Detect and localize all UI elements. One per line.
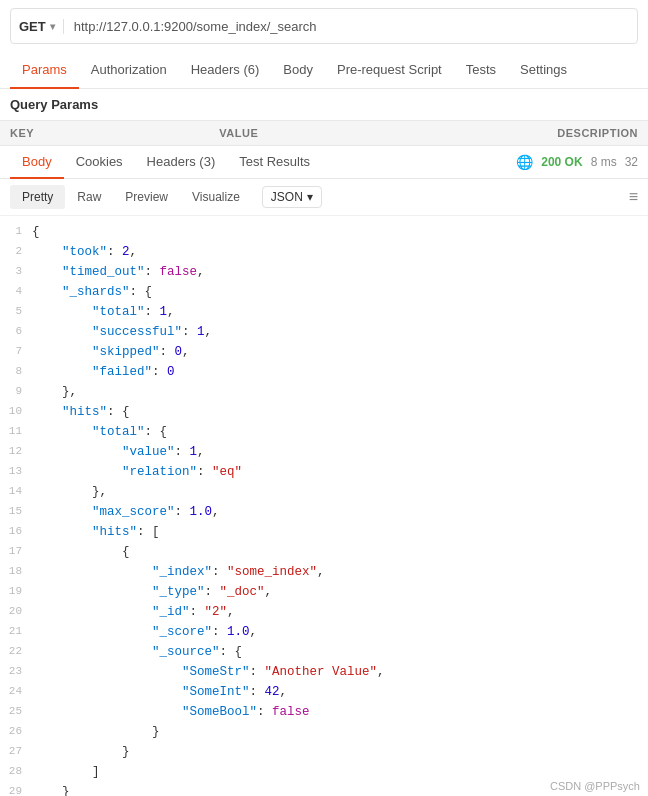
json-line: 19 "_type": "_doc", [0, 582, 648, 602]
method-select[interactable]: GET ▾ [11, 19, 64, 34]
json-line: 16 "hits": [ [0, 522, 648, 542]
line-content: "SomeBool": false [32, 702, 310, 722]
tab-body[interactable]: Body [271, 52, 325, 89]
json-line: 11 "total": { [0, 422, 648, 442]
line-content: "hits": { [32, 402, 130, 422]
format-type-chevron: ▾ [307, 190, 313, 204]
json-line: 1{ [0, 222, 648, 242]
line-number: 15 [4, 502, 32, 521]
line-content: "successful": 1, [32, 322, 212, 342]
response-tab-headers[interactable]: Headers (3) [135, 146, 228, 179]
tab-params[interactable]: Params [10, 52, 79, 89]
line-content: "total": 1, [32, 302, 175, 322]
line-content: "_shards": { [32, 282, 152, 302]
line-number: 5 [4, 302, 32, 321]
line-number: 19 [4, 582, 32, 601]
json-line: 12 "value": 1, [0, 442, 648, 462]
line-number: 21 [4, 622, 32, 641]
format-type-label: JSON [271, 190, 303, 204]
line-content: } [32, 722, 160, 742]
json-line: 7 "skipped": 0, [0, 342, 648, 362]
line-content: "took": 2, [32, 242, 137, 262]
line-number: 12 [4, 442, 32, 461]
line-number: 26 [4, 722, 32, 741]
line-content: "total": { [32, 422, 167, 442]
line-number: 18 [4, 562, 32, 581]
line-content: "_source": { [32, 642, 242, 662]
tab-headers[interactable]: Headers (6) [179, 52, 272, 89]
json-line: 24 "SomeInt": 42, [0, 682, 648, 702]
line-content: { [32, 542, 130, 562]
query-params-label: Query Params [0, 89, 648, 120]
line-number: 13 [4, 462, 32, 481]
globe-icon: 🌐 [516, 154, 533, 170]
response-tab-test-results[interactable]: Test Results [227, 146, 322, 179]
json-line: 10 "hits": { [0, 402, 648, 422]
line-number: 11 [4, 422, 32, 441]
format-tabs: Pretty Raw Preview Visualize JSON ▾ ≡ [0, 179, 648, 216]
col-header-value: VALUE [219, 127, 470, 139]
line-number: 27 [4, 742, 32, 761]
line-number: 10 [4, 402, 32, 421]
json-line: 20 "_id": "2", [0, 602, 648, 622]
format-tab-raw[interactable]: Raw [65, 185, 113, 209]
method-label: GET [19, 19, 46, 34]
tab-settings[interactable]: Settings [508, 52, 579, 89]
line-number: 1 [4, 222, 32, 241]
json-line: 23 "SomeStr": "Another Value", [0, 662, 648, 682]
response-status: 🌐 200 OK 8 ms 32 [516, 154, 638, 170]
line-content: "_type": "_doc", [32, 582, 272, 602]
line-number: 24 [4, 682, 32, 701]
line-content: "skipped": 0, [32, 342, 190, 362]
tab-pre-request-script[interactable]: Pre-request Script [325, 52, 454, 89]
line-content: "max_score": 1.0, [32, 502, 220, 522]
json-line: 8 "failed": 0 [0, 362, 648, 382]
line-content: "value": 1, [32, 442, 205, 462]
response-tab-body[interactable]: Body [10, 146, 64, 179]
line-content: } [32, 742, 130, 762]
line-content: "_score": 1.0, [32, 622, 257, 642]
line-content: "SomeInt": 42, [32, 682, 287, 702]
line-content: "hits": [ [32, 522, 160, 542]
format-tab-preview[interactable]: Preview [113, 185, 180, 209]
json-line: 6 "successful": 1, [0, 322, 648, 342]
line-number: 16 [4, 522, 32, 541]
line-content: }, [32, 382, 77, 402]
status-ok-label: 200 OK [541, 155, 582, 169]
line-content: } [32, 782, 70, 796]
json-line: 18 "_index": "some_index", [0, 562, 648, 582]
line-number: 2 [4, 242, 32, 261]
json-line: 14 }, [0, 482, 648, 502]
line-number: 7 [4, 342, 32, 361]
line-number: 4 [4, 282, 32, 301]
format-type-select[interactable]: JSON ▾ [262, 186, 322, 208]
line-content: "timed_out": false, [32, 262, 205, 282]
json-line: 25 "SomeBool": false [0, 702, 648, 722]
status-time-label: 8 ms [591, 155, 617, 169]
line-number: 3 [4, 262, 32, 281]
format-tab-pretty[interactable]: Pretty [10, 185, 65, 209]
tab-authorization[interactable]: Authorization [79, 52, 179, 89]
response-tabs-bar: Body Cookies Headers (3) Test Results 🌐 … [0, 146, 648, 179]
table-header: KEY VALUE DESCRIPTION [0, 120, 648, 146]
nav-tabs: Params Authorization Headers (6) Body Pr… [0, 52, 648, 89]
format-tab-visualize[interactable]: Visualize [180, 185, 252, 209]
status-size-label: 32 [625, 155, 638, 169]
response-tab-cookies[interactable]: Cookies [64, 146, 135, 179]
json-line: 13 "relation": "eq" [0, 462, 648, 482]
tab-tests[interactable]: Tests [454, 52, 508, 89]
col-header-description: DESCRIPTION [471, 127, 638, 139]
url-input[interactable] [64, 19, 637, 34]
json-line: 21 "_score": 1.0, [0, 622, 648, 642]
line-content: "_index": "some_index", [32, 562, 325, 582]
url-bar: GET ▾ [10, 8, 638, 44]
line-number: 25 [4, 702, 32, 721]
line-content: "relation": "eq" [32, 462, 242, 482]
line-content: "SomeStr": "Another Value", [32, 662, 385, 682]
line-number: 6 [4, 322, 32, 341]
json-area: 1{2 "took": 2,3 "timed_out": false,4 "_s… [0, 216, 648, 796]
line-content: { [32, 222, 40, 242]
wrap-icon[interactable]: ≡ [629, 188, 638, 206]
line-number: 23 [4, 662, 32, 681]
line-number: 28 [4, 762, 32, 781]
